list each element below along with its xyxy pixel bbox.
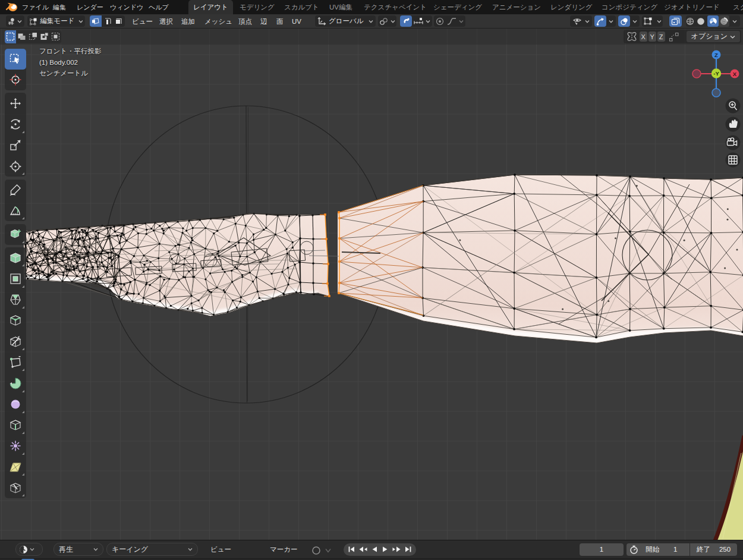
- svg-text:Z: Z: [714, 52, 718, 58]
- svg-text:X: X: [733, 71, 737, 77]
- svg-text:-Y: -Y: [713, 70, 719, 77]
